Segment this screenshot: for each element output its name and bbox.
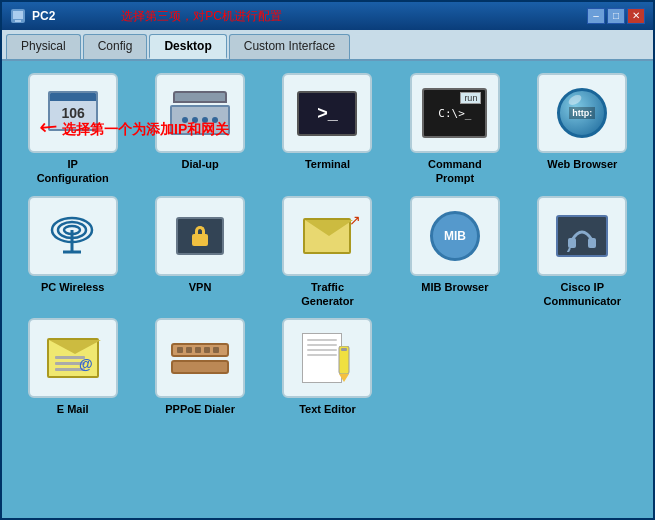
browser-icon: http: [552, 86, 612, 141]
dialup-app[interactable]: Dial-up [141, 73, 258, 186]
mib-icon: MIB [425, 208, 485, 263]
cmd-icon-box[interactable]: run C:\>_ [410, 73, 500, 153]
texteditor-app[interactable]: Text Editor [269, 318, 386, 416]
wireless-icon [43, 208, 103, 263]
app-icons-grid: 106 ↗ IPConfiguration [14, 73, 641, 416]
email-app[interactable]: @ E Mail [14, 318, 131, 416]
window-icon [10, 8, 26, 24]
traffic-label: TrafficGenerator [301, 280, 354, 309]
vpn-label: VPN [189, 280, 212, 294]
svg-rect-9 [588, 238, 596, 248]
dialup-label: Dial-up [181, 157, 218, 171]
close-button[interactable]: ✕ [627, 8, 645, 24]
cisco-app[interactable]: Cisco IPCommunicator [524, 196, 641, 309]
traffic-icon-box[interactable]: ↗ [282, 196, 372, 276]
mib-app[interactable]: MIB MIB Browser [396, 196, 513, 309]
tab-bar: Physical Config Desktop Custom Interface [2, 30, 653, 61]
tab-custom-interface[interactable]: Custom Interface [229, 34, 350, 59]
ip-config-icon-box[interactable]: 106 ↗ [28, 73, 118, 153]
svg-rect-2 [15, 20, 21, 22]
terminal-icon: >_ [297, 91, 357, 136]
texteditor-label: Text Editor [299, 402, 356, 416]
pppoe-icon-box[interactable] [155, 318, 245, 398]
browser-label: Web Browser [547, 157, 617, 171]
svg-line-10 [567, 248, 570, 252]
title-bar-left: PC2 选择第三项，对PC机进行配置 [10, 8, 282, 25]
ip-config-icon: 106 ↗ [40, 86, 105, 141]
vpn-app[interactable]: VPN [141, 196, 258, 309]
ip-config-label: IPConfiguration [37, 157, 109, 186]
pppoe-label: PPPoE Dialer [165, 402, 235, 416]
browser-icon-box[interactable]: http: [537, 73, 627, 153]
browser-app[interactable]: http: Web Browser [524, 73, 641, 186]
pppoe-app[interactable]: PPPoE Dialer [141, 318, 258, 416]
window-title: PC2 [32, 9, 55, 23]
cmd-app[interactable]: run C:\>_ CommandPrompt [396, 73, 513, 186]
cisco-icon-box[interactable] [537, 196, 627, 276]
minimize-button[interactable]: – [587, 8, 605, 24]
svg-rect-14 [341, 348, 347, 351]
dialup-icon [170, 91, 230, 135]
mib-label: MIB Browser [421, 280, 488, 294]
tab-desktop[interactable]: Desktop [149, 34, 226, 59]
texteditor-icon [297, 331, 357, 386]
traffic-icon: ↗ [297, 208, 357, 263]
email-icon-box[interactable]: @ [28, 318, 118, 398]
texteditor-icon-box[interactable] [282, 318, 372, 398]
terminal-icon-box[interactable]: >_ [282, 73, 372, 153]
vpn-icon [170, 208, 230, 263]
wireless-app[interactable]: PC Wireless [14, 196, 131, 309]
dialup-icon-box[interactable] [155, 73, 245, 153]
traffic-app[interactable]: ↗ TrafficGenerator [269, 196, 386, 309]
cmd-label: CommandPrompt [428, 157, 482, 186]
ip-monitor-bar [50, 93, 96, 101]
cmd-icon: run C:\>_ [422, 88, 487, 138]
title-annotation: 选择第三项，对PC机进行配置 [121, 8, 282, 25]
cisco-label: Cisco IPCommunicator [543, 280, 621, 309]
mib-icon-box[interactable]: MIB [410, 196, 500, 276]
svg-rect-1 [13, 11, 23, 19]
email-icon: @ [40, 331, 105, 386]
maximize-button[interactable]: □ [607, 8, 625, 24]
email-label: E Mail [57, 402, 89, 416]
ip-config-app[interactable]: 106 ↗ IPConfiguration [14, 73, 131, 186]
terminal-label: Terminal [305, 157, 350, 171]
desktop-content: 选择第一个为添加IP和网关 106 ↗ IPConfiguration [2, 61, 653, 518]
main-window: PC2 选择第三项，对PC机进行配置 – □ ✕ Physical Config… [0, 0, 655, 520]
title-controls: – □ ✕ [587, 8, 645, 24]
title-bar: PC2 选择第三项，对PC机进行配置 – □ ✕ [2, 2, 653, 30]
svg-rect-8 [568, 238, 576, 248]
tab-physical[interactable]: Physical [6, 34, 81, 59]
wireless-label: PC Wireless [41, 280, 105, 294]
wireless-icon-box[interactable] [28, 196, 118, 276]
cisco-icon [550, 208, 615, 263]
tab-config[interactable]: Config [83, 34, 148, 59]
terminal-app[interactable]: >_ Terminal [269, 73, 386, 186]
svg-marker-13 [339, 374, 349, 382]
vpn-icon-box[interactable] [155, 196, 245, 276]
pppoe-icon [168, 333, 233, 383]
